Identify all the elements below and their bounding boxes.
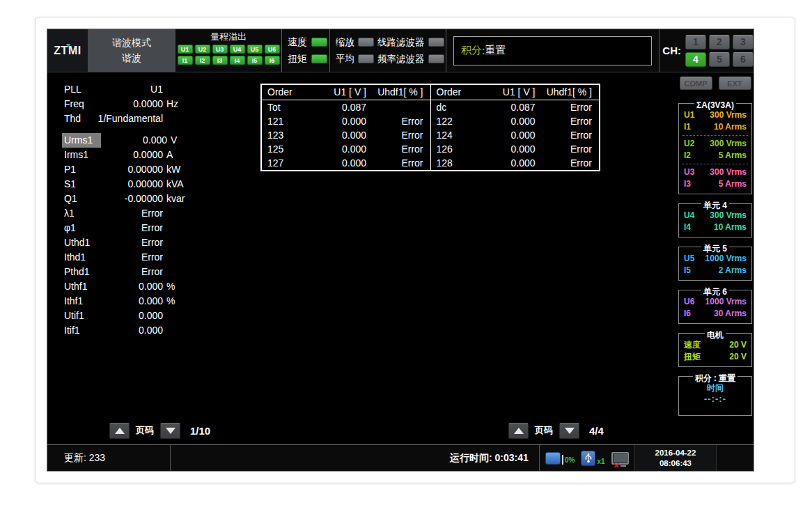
- page-down-button[interactable]: [160, 423, 180, 439]
- cell-order: 122: [431, 114, 477, 128]
- measurement-value: -0.00000: [97, 192, 163, 206]
- freq-filter-label: 频率滤波器: [377, 53, 425, 65]
- col-header-order: Order: [262, 85, 308, 100]
- channel-range: 10 Arms: [714, 221, 747, 233]
- cell-u1: 0.087: [477, 100, 536, 114]
- channel-name: U1: [684, 109, 694, 121]
- measurement-row: Utif10.000: [64, 309, 185, 323]
- average-label: 平均: [336, 53, 354, 65]
- harmonics-row: 1210.000Error: [262, 114, 430, 128]
- channel-range-row: I52 Arms: [679, 265, 751, 277]
- integration-status-box: 积分 : 重置: [453, 36, 652, 65]
- measurement-row: Irms10.0000A: [64, 148, 185, 162]
- motor-range-row: 扭矩20 V: [679, 351, 751, 363]
- cell-order: 125: [262, 142, 308, 156]
- channel-pair: U61000 Vrms I630 Arms: [679, 296, 751, 320]
- col-header-order: Order: [431, 85, 477, 100]
- cell-u1: 0.000: [477, 156, 536, 170]
- measurement-unit: A: [166, 148, 173, 162]
- measurement-row: S10.00000kVA: [64, 177, 185, 192]
- overflow-badge-u3: U3: [212, 45, 228, 54]
- overflow-badge-u4: U4: [230, 45, 245, 54]
- page: ZTMI 谐波模式 谐波 量程溢出 U1 U2 U3 U4 U5 U6: [0, 0, 812, 521]
- top-bar: ZTMI 谐波模式 谐波 量程溢出 U1 U2 U3 U4 U5 U6: [47, 29, 754, 72]
- cell-u1: 0.000: [477, 114, 536, 128]
- down-arrow-icon: [166, 428, 175, 434]
- storage-status: 0%: [545, 452, 575, 465]
- channel-pair: U3300 Vrms I35 Arms: [679, 166, 751, 190]
- channel-button-1[interactable]: 1: [685, 35, 706, 49]
- cell-order: Tot: [262, 100, 308, 114]
- measurement-value: 0.000: [97, 279, 163, 294]
- channel-name: U2: [684, 138, 694, 150]
- integration-box-title: 积分 : 重置: [679, 371, 751, 384]
- ext-button[interactable]: EXT: [719, 77, 751, 90]
- date-value: 2016-04-22: [635, 448, 716, 458]
- col-header-u1: U1 [ V ]: [308, 85, 366, 100]
- channel-name: I1: [684, 121, 691, 133]
- page-up-button[interactable]: [109, 423, 130, 439]
- measurement-label: S1: [64, 177, 97, 192]
- overflow-badge-i5: I5: [247, 56, 263, 65]
- channel-button-5[interactable]: 5: [709, 52, 730, 67]
- channel-range-row: U2300 Vrms: [679, 138, 751, 150]
- measurement-label: Uthf1: [64, 279, 97, 294]
- overflow-badge-u1: U1: [178, 45, 193, 54]
- channel-pair: U51000 Vrms I52 Arms: [679, 253, 751, 277]
- harmonics-row: 1240.000Error: [431, 128, 600, 142]
- harmonics-table: Order U1 [ V ] Uhdf1[ % ] Tot0.087 1210.…: [260, 84, 600, 171]
- integration-time: 时间 --:-:-: [679, 382, 751, 412]
- unit-5-title: 单元 5: [679, 242, 751, 255]
- up-arrow-icon: [115, 428, 125, 434]
- measurement-label: Freq: [64, 97, 97, 111]
- measurement-unit: kVA: [166, 177, 184, 192]
- measurement-label: Uthd1: [64, 235, 97, 250]
- network-disconnected-icon: ✕: [611, 452, 629, 465]
- channel-button-6[interactable]: 6: [733, 52, 754, 67]
- motor-box: 电机 速度20 V 扭矩20 V: [678, 333, 752, 367]
- channel-name: I5: [684, 265, 691, 277]
- cell-u1: 0.000: [477, 142, 536, 156]
- harmonics-row: 1260.000Error: [431, 142, 600, 156]
- channel-button-2[interactable]: 2: [709, 35, 730, 49]
- runtime-indicator: 运行时间: 0:03:41: [450, 445, 529, 471]
- down-arrow-icon: [565, 428, 575, 434]
- measurement-unit: kW: [166, 162, 180, 177]
- overflow-badge-i2: I2: [195, 56, 210, 65]
- channel-button-4[interactable]: 4: [685, 52, 706, 67]
- measurement-unit: Hz: [166, 97, 178, 111]
- unit-6-title: 单元 6: [679, 285, 751, 298]
- torque-led-icon: [311, 54, 327, 63]
- instrument-screen: ZTMI 谐波模式 谐波 量程溢出 U1 U2 U3 U4 U5 U6: [47, 29, 754, 472]
- channel-button-3[interactable]: 3: [733, 35, 754, 49]
- up-arrow-icon: [514, 428, 524, 434]
- wiring-group-box: ΣA(3V3A) U1300 Vrms I110 Arms U2300 Vrms…: [678, 103, 752, 194]
- usb-count: x1: [597, 458, 604, 466]
- measurement-value: 1/Fundamental: [97, 111, 163, 126]
- cell-u1: 0.000: [477, 128, 536, 142]
- harmonics-row: 1270.000Error: [262, 156, 430, 170]
- overflow-badge-i1: I1: [178, 56, 193, 65]
- wiring-group-title: ΣA(3V3A): [679, 98, 751, 111]
- integration-status-wrap: 积分 : 重置: [446, 29, 659, 72]
- measurement-list: PLLU1 Freq0.0000Hz Thd1/Fundamental Urms…: [64, 82, 185, 338]
- measurement-label: P1: [64, 162, 97, 177]
- page-up-button[interactable]: [508, 423, 529, 439]
- page-nav-left: 页码 1/10: [109, 422, 210, 439]
- measurement-unit: %: [166, 279, 175, 294]
- measurement-row: Freq0.0000Hz: [64, 97, 185, 111]
- cell-uhdf1: [366, 100, 430, 114]
- status-bar: 更新: 233 运行时间: 0:03:41 0%: [47, 444, 754, 471]
- dotted-divider: [682, 164, 748, 164]
- measurement-value: 0.000: [101, 133, 167, 148]
- mode-name: 谐波模式: [112, 37, 151, 49]
- channel-pair: U1300 Vrms I110 Arms: [679, 109, 751, 133]
- statusbar-divider: [539, 445, 540, 471]
- cell-uhdf1: Error: [536, 114, 600, 128]
- cell-order: 121: [262, 114, 308, 128]
- page-down-button[interactable]: [559, 423, 579, 439]
- freq-filter-led-icon: [428, 54, 444, 63]
- comp-button[interactable]: COMP: [680, 77, 712, 90]
- mode-indicator: 谐波模式 谐波: [88, 29, 175, 72]
- brand-logo: ZTMI: [47, 29, 88, 72]
